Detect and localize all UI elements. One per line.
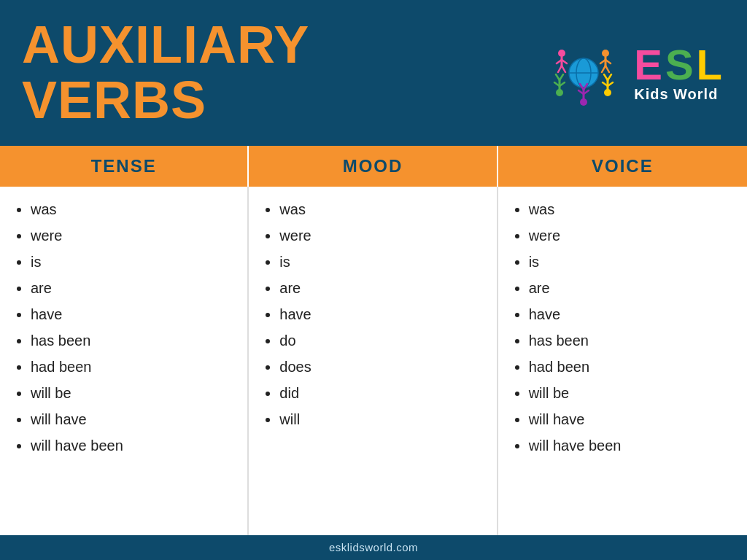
list-item: will have been (529, 436, 732, 455)
list-item: were (31, 226, 233, 245)
list-item: does (279, 357, 481, 376)
logo-area: ESL Kids World (543, 33, 725, 113)
title-line2: VERBS (22, 73, 309, 128)
svg-line-8 (558, 66, 562, 72)
list-item: are (279, 279, 481, 298)
table-header-row: TENSE MOOD VOICE (0, 146, 747, 187)
list-item: has been (529, 331, 732, 350)
svg-line-26 (604, 74, 608, 80)
list-item: is (31, 252, 233, 271)
list-item: did (279, 384, 481, 402)
list-item: will be (529, 384, 732, 402)
list-item: will have (31, 410, 233, 429)
esl-letter-l: L (697, 41, 725, 88)
col-body-voice: was were is are have has been had been w… (498, 187, 747, 535)
voice-list: was were is are have has been had been w… (519, 200, 732, 455)
esl-logo-icon (543, 33, 624, 113)
list-item: were (529, 226, 732, 245)
list-item: had been (529, 357, 732, 376)
tense-list: was were is are have has been had been w… (20, 200, 233, 455)
list-item: was (279, 200, 481, 219)
footer: esklidsworld.com (0, 535, 747, 560)
list-item: are (31, 279, 233, 298)
list-item: have (31, 305, 233, 324)
header: AUXILIARY VERBS (0, 0, 747, 146)
table-section: TENSE MOOD VOICE was were is are have ha… (0, 146, 747, 535)
list-item: will be (31, 384, 233, 402)
svg-line-9 (562, 66, 565, 72)
list-item: was (31, 200, 233, 219)
col-header-mood: MOOD (249, 146, 498, 187)
col-body-mood: was were is are have do does did will (249, 187, 498, 535)
title-line1: AUXILIARY (22, 18, 309, 73)
esl-letter-e: E (634, 41, 665, 88)
svg-line-15 (605, 66, 609, 72)
page-wrapper: AUXILIARY VERBS (0, 0, 747, 560)
list-item: have (529, 305, 732, 324)
list-item: will have been (31, 436, 233, 455)
esl-brand-text: ESL Kids World (634, 44, 725, 103)
list-item: do (279, 331, 481, 350)
table-body: was were is are have has been had been w… (0, 187, 747, 535)
list-item: have (279, 305, 481, 324)
list-item: were (279, 226, 481, 245)
col-header-voice: VOICE (498, 146, 747, 187)
list-item: is (279, 252, 481, 271)
col-body-tense: was were is are have has been had been w… (0, 187, 249, 535)
svg-line-20 (556, 74, 560, 80)
mood-list: was were is are have do does did will (269, 200, 481, 429)
esl-letters: ESL (634, 44, 725, 86)
kids-world-text: Kids World (634, 86, 718, 103)
svg-line-14 (602, 66, 605, 72)
svg-line-21 (560, 74, 563, 80)
page-title: AUXILIARY VERBS (22, 18, 309, 128)
svg-line-27 (608, 74, 611, 80)
list-item: will (279, 410, 481, 429)
list-item: is (529, 252, 732, 271)
list-item: will have (529, 410, 732, 429)
esl-letter-s: S (665, 41, 697, 88)
list-item: was (529, 200, 732, 219)
list-item: had been (31, 357, 233, 376)
list-item: are (529, 279, 732, 298)
list-item: has been (31, 331, 233, 350)
footer-url: esklidsworld.com (329, 541, 418, 553)
col-header-tense: TENSE (0, 146, 249, 187)
